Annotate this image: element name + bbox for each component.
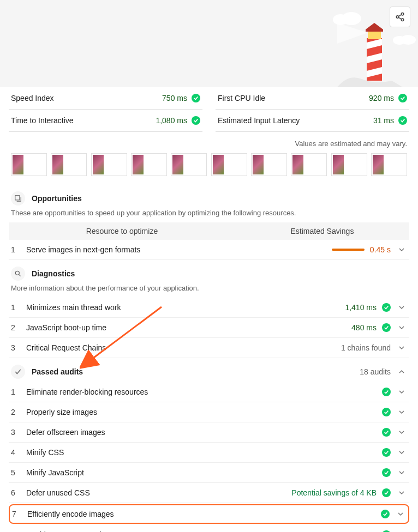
filmstrip-frame xyxy=(251,153,287,176)
opportunities-table-head: Resource to optimize Estimated Savings xyxy=(9,222,409,240)
passed-audit-row[interactable]: 4Minify CSS xyxy=(9,443,409,463)
metric-label: Time to Interactive xyxy=(11,116,74,125)
metric-label: Estimated Input Latency xyxy=(218,116,300,125)
metric-value: 750 ms xyxy=(162,94,187,102)
audit-title: Minify CSS xyxy=(26,448,382,457)
magnifier-icon xyxy=(11,267,25,281)
pass-icon xyxy=(382,303,391,312)
pass-icon xyxy=(382,468,391,477)
metrics-row-1: Speed Index 750 ms First CPU Idle 920 ms xyxy=(9,87,409,110)
lighthouse-illustration xyxy=(337,16,403,87)
audit-extra: Potential savings of 4 KB xyxy=(291,488,377,497)
pass-icon xyxy=(192,94,200,102)
passed-audit-row[interactable]: 7Efficiently encode images xyxy=(9,504,409,524)
section-title: Opportunities xyxy=(32,194,82,203)
audit-num: 3 xyxy=(11,428,26,437)
audit-title: Minimizes main thread work xyxy=(26,303,345,312)
chevron-down-icon xyxy=(396,429,407,436)
audits-count: 18 audits xyxy=(360,367,391,376)
opportunity-row[interactable]: 1 Serve images in next-gen formats 0.45 … xyxy=(9,240,409,260)
svg-point-17 xyxy=(15,271,19,275)
audit-title: Defer unused CSS xyxy=(26,488,291,497)
metric-label: First CPU Idle xyxy=(218,94,265,102)
pass-icon xyxy=(398,116,407,125)
audit-title: Efficiently encode images xyxy=(27,510,381,518)
audit-num: 5 xyxy=(11,468,26,477)
chevron-down-icon xyxy=(396,489,407,496)
audit-title: Minify JavaScript xyxy=(26,468,382,477)
metric-value: 1,080 ms xyxy=(156,116,187,125)
pass-icon xyxy=(382,388,391,396)
chevron-down-icon xyxy=(396,304,407,311)
section-title: Passed audits xyxy=(32,367,83,376)
svg-rect-16 xyxy=(15,196,20,200)
pass-icon xyxy=(192,116,200,125)
savings-bar xyxy=(332,249,365,251)
passed-audit-row[interactable]: 6Defer unused CSSPotential savings of 4 … xyxy=(9,483,409,503)
filmstrip-frame xyxy=(51,153,87,176)
metric-value: 920 ms xyxy=(369,94,394,102)
audit-title: JavaScript boot-up time xyxy=(26,323,351,332)
filmstrip-frame xyxy=(291,153,327,176)
diagnostic-row[interactable]: 1Minimizes main thread work1,410 ms xyxy=(9,298,409,318)
passed-audit-row[interactable]: 5Minify JavaScript xyxy=(9,463,409,483)
filmstrip xyxy=(9,153,409,185)
pass-icon xyxy=(398,94,407,102)
chevron-down-icon xyxy=(396,409,407,415)
filmstrip-frame xyxy=(211,153,247,176)
filmstrip-frame xyxy=(91,153,127,176)
opportunities-header: Opportunities xyxy=(9,185,409,209)
passed-audit-row[interactable]: 1Eliminate render-blocking resources xyxy=(9,382,409,402)
svg-point-0 xyxy=(401,13,404,16)
passed-audit-row[interactable]: 3Defer offscreen images xyxy=(9,422,409,443)
audit-num: 1 xyxy=(11,245,26,254)
diagnostic-row[interactable]: 3Critical Request Chains1 chains found xyxy=(9,338,409,358)
chevron-down-icon xyxy=(396,449,407,456)
col-resource: Resource to optimize xyxy=(9,222,235,240)
filmstrip-frame xyxy=(131,153,167,176)
passed-audit-row[interactable]: 2Properly size images xyxy=(9,402,409,422)
chevron-up-icon xyxy=(396,368,407,375)
chevron-down-icon xyxy=(396,324,407,331)
svg-point-8 xyxy=(401,35,416,45)
audit-num: 6 xyxy=(11,488,26,497)
svg-rect-14 xyxy=(366,29,383,32)
audit-title: Serve images in next-gen formats xyxy=(26,245,332,254)
audit-value: 1,410 ms xyxy=(345,303,377,312)
pass-icon xyxy=(382,428,391,437)
svg-line-18 xyxy=(19,275,21,276)
audit-value: 0.45 s xyxy=(370,245,391,254)
audit-num: 7 xyxy=(12,510,27,518)
svg-rect-13 xyxy=(368,31,381,39)
pass-icon xyxy=(382,448,391,457)
chevron-down-icon xyxy=(396,389,407,395)
audit-title: Eliminate render-blocking resources xyxy=(26,388,382,396)
audit-num: 3 xyxy=(11,343,26,352)
diagnostics-header: Diagnostics xyxy=(9,260,409,284)
filmstrip-frame xyxy=(11,153,47,176)
pass-icon xyxy=(382,488,391,497)
opportunities-icon xyxy=(11,191,25,205)
chevron-down-icon xyxy=(395,511,406,517)
diagnostic-row[interactable]: 2JavaScript boot-up time480 ms xyxy=(9,318,409,338)
chevron-down-icon xyxy=(396,344,407,351)
metric-label: Speed Index xyxy=(11,94,54,102)
chevron-down-icon xyxy=(396,246,407,253)
passed-audit-row[interactable]: 8Enable text compression xyxy=(9,525,409,532)
metric-eil: Estimated Input Latency 31 ms xyxy=(216,110,409,132)
audit-value: 480 ms xyxy=(351,323,377,332)
audit-title: Defer offscreen images xyxy=(26,428,382,437)
audit-num: 1 xyxy=(11,388,26,396)
svg-marker-15 xyxy=(366,23,383,29)
passed-audits-header[interactable]: Passed audits 18 audits xyxy=(9,358,409,382)
metric-value: 31 ms xyxy=(373,116,394,125)
filmstrip-frame xyxy=(331,153,367,176)
metric-speed-index: Speed Index 750 ms xyxy=(9,87,202,110)
section-title: Diagnostics xyxy=(32,269,75,278)
check-icon xyxy=(11,365,25,379)
audit-value: 1 chains found xyxy=(341,343,391,352)
section-desc: More information about the performance o… xyxy=(9,284,409,298)
pass-icon xyxy=(382,323,391,332)
pass-icon xyxy=(381,510,390,518)
col-savings: Estimated Savings xyxy=(235,222,409,240)
